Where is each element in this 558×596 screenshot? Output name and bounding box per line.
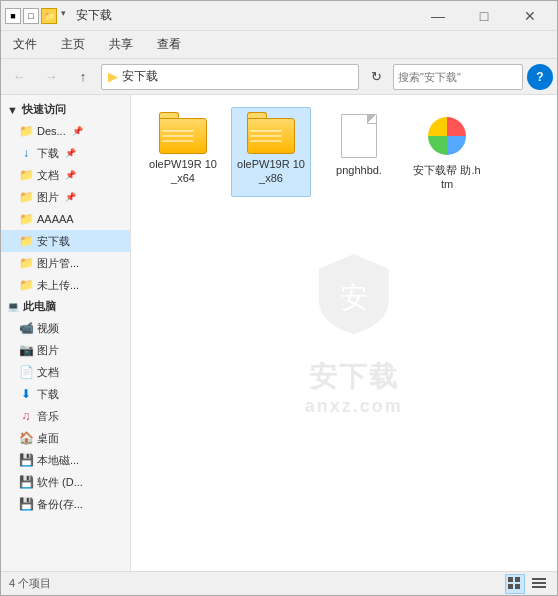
window: ■ □ 📁 ▾ 安下载 — □ ✕ 文件 主页 共享 查看 ← → ↑ ▶ 安下… bbox=[0, 0, 558, 596]
maximize-button[interactable]: □ bbox=[461, 1, 507, 31]
sidebar-item-localdisk[interactable]: 💾 本地磁... bbox=[1, 449, 130, 471]
sidebar-item-video[interactable]: 📹 视频 bbox=[1, 317, 130, 339]
sidebar-item-aaaaa[interactable]: 📁 AAAAA bbox=[1, 208, 130, 230]
menu-home[interactable]: 主页 bbox=[49, 31, 97, 58]
menu-share[interactable]: 共享 bbox=[97, 31, 145, 58]
sidebar-item-download[interactable]: ↓ 下载 📌 bbox=[1, 142, 130, 164]
folder-title-icon: 📁 bbox=[41, 8, 57, 24]
title-bar: ■ □ 📁 ▾ 安下载 — □ ✕ bbox=[1, 1, 557, 31]
search-input[interactable] bbox=[398, 71, 536, 83]
quick-access-label: 快速访问 bbox=[22, 102, 66, 117]
this-pc-label: 此电脑 bbox=[23, 299, 56, 314]
folder-icon-upload: 📁 bbox=[19, 278, 33, 292]
sidebar: ▼ 快速访问 📁 Des... 📌 ↓ 下载 📌 📁 文档 📌 📁 图片 bbox=[1, 95, 131, 571]
sidebar-item-backup[interactable]: 💾 备份(存... bbox=[1, 493, 130, 515]
svg-rect-7 bbox=[532, 586, 546, 588]
window-controls: — □ ✕ bbox=[415, 1, 553, 31]
help-button[interactable]: ? bbox=[527, 64, 553, 90]
svg-rect-4 bbox=[515, 584, 520, 589]
desktop-icon: 🏠 bbox=[19, 431, 33, 445]
sidebar-item-dl[interactable]: ⬇ 下载 bbox=[1, 383, 130, 405]
sidebar-label-localdisk: 本地磁... bbox=[37, 453, 79, 468]
title-bar-dropdown[interactable]: ▾ bbox=[59, 8, 68, 24]
sidebar-item-imgmgr[interactable]: 📁 图片管... bbox=[1, 252, 130, 274]
music-icon: ♫ bbox=[19, 409, 33, 423]
refresh-button[interactable]: ↻ bbox=[363, 64, 389, 90]
file-label-folder2: olePW19R 10_x86 bbox=[236, 157, 306, 186]
grid-view-button[interactable] bbox=[505, 574, 525, 594]
svg-rect-5 bbox=[532, 578, 546, 580]
sidebar-item-desktop[interactable]: 🏠 桌面 bbox=[1, 427, 130, 449]
video-icon: 📹 bbox=[19, 321, 33, 335]
up-button[interactable]: ↑ bbox=[69, 63, 97, 91]
dl-icon: ⬇ bbox=[19, 387, 33, 401]
disk2-icon: 💾 bbox=[19, 475, 33, 489]
back-button[interactable]: ← bbox=[5, 63, 33, 91]
file-area: 安 安下载 anxz.com bbox=[131, 95, 557, 571]
sidebar-label-docs: 文档 bbox=[37, 168, 59, 183]
sidebar-label-backup: 备份(存... bbox=[37, 497, 83, 512]
file-item-folder1[interactable]: olePW19R 10_x64 bbox=[143, 107, 223, 197]
address-bar[interactable]: ▶ 安下载 bbox=[101, 64, 359, 90]
document-icon bbox=[335, 112, 383, 160]
sidebar-label-imgmgr: 图片管... bbox=[37, 256, 79, 271]
this-pc-header[interactable]: 💻 此电脑 bbox=[1, 296, 130, 317]
sidebar-item-docs[interactable]: 📁 文档 📌 bbox=[1, 164, 130, 186]
app-icon bbox=[423, 112, 471, 160]
menu-bar: 文件 主页 共享 查看 bbox=[1, 31, 557, 59]
title-bar-icons: ■ □ 📁 ▾ bbox=[5, 8, 68, 24]
download-icon: ↓ bbox=[19, 146, 33, 160]
status-count: 4 个项目 bbox=[9, 576, 51, 591]
sidebar-label-desktop: 桌面 bbox=[37, 431, 59, 446]
file-item-app1[interactable]: 安下载帮 助.htm bbox=[407, 107, 487, 197]
sidebar-label-video: 视频 bbox=[37, 321, 59, 336]
sidebar-item-software[interactable]: 💾 软件 (D... bbox=[1, 471, 130, 493]
toolbar: ← → ↑ ▶ 安下载 ↻ 🔍 ? bbox=[1, 59, 557, 95]
svg-text:安: 安 bbox=[340, 282, 368, 313]
window-icon-2: □ bbox=[23, 8, 39, 24]
folder-icon-des: 📁 bbox=[19, 124, 33, 138]
quick-access-header[interactable]: ▼ 快速访问 bbox=[1, 99, 130, 120]
quick-access-chevron: ▼ bbox=[7, 104, 18, 116]
sidebar-item-anzaixia[interactable]: 📁 安下载 bbox=[1, 230, 130, 252]
window-icon-1: ■ bbox=[5, 8, 21, 24]
sidebar-item-pics[interactable]: 📁 图片 📌 bbox=[1, 186, 130, 208]
folder-icon-2 bbox=[247, 112, 295, 154]
status-right bbox=[505, 574, 549, 594]
window-title: 安下载 bbox=[72, 7, 415, 24]
forward-button[interactable]: → bbox=[37, 63, 65, 91]
sidebar-label-music: 音乐 bbox=[37, 409, 59, 424]
file-grid: olePW19R 10_x64 bbox=[139, 103, 549, 201]
sidebar-item-pics2[interactable]: 📷 图片 bbox=[1, 339, 130, 361]
file-item-folder2[interactable]: olePW19R 10_x86 bbox=[231, 107, 311, 197]
svg-rect-2 bbox=[515, 577, 520, 582]
search-bar: 🔍 bbox=[393, 64, 523, 90]
sidebar-label-aaaaa: AAAAA bbox=[37, 213, 74, 225]
sidebar-item-docs2[interactable]: 📄 文档 bbox=[1, 361, 130, 383]
close-button[interactable]: ✕ bbox=[507, 1, 553, 31]
sidebar-label-dl: 下载 bbox=[37, 387, 59, 402]
sidebar-label-des: Des... bbox=[37, 125, 66, 137]
watermark: 安 安下载 anxz.com bbox=[305, 249, 403, 417]
disk-icon: 💾 bbox=[19, 453, 33, 467]
pin-icon-des: 📌 bbox=[72, 126, 83, 136]
sidebar-item-des[interactable]: 📁 Des... 📌 bbox=[1, 120, 130, 142]
list-view-button[interactable] bbox=[529, 574, 549, 594]
pin-icon-docs: 📌 bbox=[65, 170, 76, 180]
menu-file[interactable]: 文件 bbox=[1, 31, 49, 58]
watermark-text: 安下载 bbox=[309, 358, 399, 396]
file-item-doc1[interactable]: pnghhbd. bbox=[319, 107, 399, 197]
minimize-button[interactable]: — bbox=[415, 1, 461, 31]
sidebar-item-upload[interactable]: 📁 未上传... bbox=[1, 274, 130, 296]
address-folder-icon: ▶ bbox=[108, 69, 118, 84]
sidebar-label-anzaixia: 安下载 bbox=[37, 234, 70, 249]
file-label-doc1: pnghhbd. bbox=[336, 163, 382, 177]
pin-icon-download: 📌 bbox=[65, 148, 76, 158]
sidebar-label-upload: 未上传... bbox=[37, 278, 79, 293]
svg-rect-1 bbox=[508, 577, 513, 582]
sidebar-item-music[interactable]: ♫ 音乐 bbox=[1, 405, 130, 427]
sidebar-label-pics: 图片 bbox=[37, 190, 59, 205]
content-area: ▼ 快速访问 📁 Des... 📌 ↓ 下载 📌 📁 文档 📌 📁 图片 bbox=[1, 95, 557, 571]
sidebar-label-pics2: 图片 bbox=[37, 343, 59, 358]
menu-view[interactable]: 查看 bbox=[145, 31, 193, 58]
